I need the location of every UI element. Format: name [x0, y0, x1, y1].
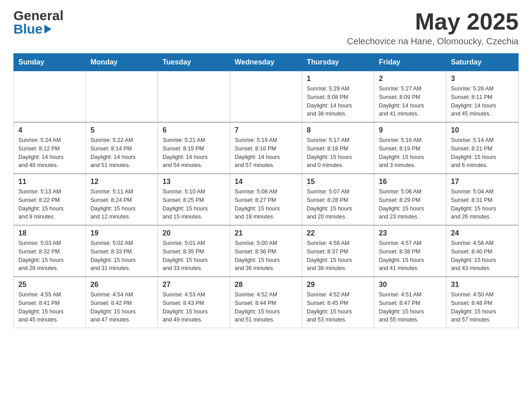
day-info: Sunrise: 5:04 AM Sunset: 8:31 PM Dayligh…	[451, 188, 514, 221]
weekday-header-tuesday: Tuesday	[158, 54, 230, 71]
day-number: 9	[379, 126, 442, 134]
day-info: Sunrise: 4:52 AM Sunset: 8:45 PM Dayligh…	[307, 291, 369, 324]
calendar-week-row: 11Sunrise: 5:13 AM Sunset: 8:22 PM Dayli…	[14, 174, 519, 225]
day-number: 18	[18, 229, 81, 237]
day-number: 12	[90, 178, 153, 186]
calendar-cell: 31Sunrise: 4:50 AM Sunset: 8:48 PM Dayli…	[446, 277, 519, 328]
weekday-header-monday: Monday	[86, 54, 158, 71]
calendar-cell: 4Sunrise: 5:24 AM Sunset: 8:12 PM Daylig…	[14, 122, 86, 174]
calendar-cell: 20Sunrise: 5:01 AM Sunset: 8:35 PM Dayli…	[158, 225, 230, 277]
day-info: Sunrise: 5:27 AM Sunset: 8:09 PM Dayligh…	[379, 85, 442, 118]
calendar-table: SundayMondayTuesdayWednesdayThursdayFrid…	[13, 53, 519, 328]
day-info: Sunrise: 4:57 AM Sunset: 8:38 PM Dayligh…	[379, 239, 442, 273]
day-number: 11	[18, 178, 81, 186]
day-number: 7	[235, 126, 297, 134]
logo-blue-text: Blue	[13, 22, 43, 36]
calendar-cell: 23Sunrise: 4:57 AM Sunset: 8:38 PM Dayli…	[374, 225, 446, 277]
day-number: 23	[379, 229, 442, 237]
month-title: May 2025	[347, 9, 519, 34]
day-info: Sunrise: 5:14 AM Sunset: 8:21 PM Dayligh…	[451, 136, 514, 170]
calendar-cell: 25Sunrise: 4:55 AM Sunset: 8:41 PM Dayli…	[14, 277, 86, 328]
calendar-cell: 9Sunrise: 5:16 AM Sunset: 8:19 PM Daylig…	[374, 122, 446, 174]
day-number: 27	[163, 281, 225, 289]
calendar-cell: 19Sunrise: 5:02 AM Sunset: 8:33 PM Dayli…	[86, 225, 158, 277]
weekday-header-thursday: Thursday	[302, 54, 374, 71]
calendar-week-row: 25Sunrise: 4:55 AM Sunset: 8:41 PM Dayli…	[14, 277, 519, 328]
weekday-header-sunday: Sunday	[14, 54, 86, 71]
day-info: Sunrise: 5:17 AM Sunset: 8:18 PM Dayligh…	[307, 136, 369, 170]
day-number: 30	[379, 281, 442, 289]
calendar-cell	[86, 71, 158, 123]
calendar-cell: 29Sunrise: 4:52 AM Sunset: 8:45 PM Dayli…	[302, 277, 374, 328]
title-area: May 2025 Celechovice na Hane, Olomoucky,…	[347, 9, 519, 47]
page-header: General Blue May 2025 Celechovice na Han…	[13, 9, 519, 47]
calendar-cell: 16Sunrise: 5:06 AM Sunset: 8:29 PM Dayli…	[374, 174, 446, 225]
day-number: 16	[379, 178, 442, 186]
day-number: 5	[90, 126, 153, 134]
calendar-cell: 28Sunrise: 4:52 AM Sunset: 8:44 PM Dayli…	[230, 277, 302, 328]
day-info: Sunrise: 5:24 AM Sunset: 8:12 PM Dayligh…	[18, 136, 81, 170]
day-info: Sunrise: 5:06 AM Sunset: 8:29 PM Dayligh…	[379, 188, 442, 221]
weekday-header-saturday: Saturday	[446, 54, 519, 71]
calendar-week-row: 4Sunrise: 5:24 AM Sunset: 8:12 PM Daylig…	[14, 122, 519, 174]
day-info: Sunrise: 4:55 AM Sunset: 8:41 PM Dayligh…	[18, 291, 81, 324]
day-number: 31	[451, 281, 514, 289]
calendar-cell: 13Sunrise: 5:10 AM Sunset: 8:25 PM Dayli…	[158, 174, 230, 225]
calendar-cell: 27Sunrise: 4:53 AM Sunset: 8:43 PM Dayli…	[158, 277, 230, 328]
day-number: 13	[163, 178, 225, 186]
calendar-cell	[230, 71, 302, 123]
day-info: Sunrise: 5:19 AM Sunset: 8:16 PM Dayligh…	[235, 136, 297, 170]
day-info: Sunrise: 5:26 AM Sunset: 8:11 PM Dayligh…	[451, 85, 514, 118]
calendar-cell: 14Sunrise: 5:08 AM Sunset: 8:27 PM Dayli…	[230, 174, 302, 225]
calendar-cell: 21Sunrise: 5:00 AM Sunset: 8:36 PM Dayli…	[230, 225, 302, 277]
day-number: 6	[163, 126, 225, 134]
calendar-cell: 3Sunrise: 5:26 AM Sunset: 8:11 PM Daylig…	[446, 71, 519, 123]
day-info: Sunrise: 5:07 AM Sunset: 8:28 PM Dayligh…	[307, 188, 369, 221]
day-number: 28	[235, 281, 297, 289]
calendar-header-row: SundayMondayTuesdayWednesdayThursdayFrid…	[14, 54, 519, 71]
day-info: Sunrise: 5:02 AM Sunset: 8:33 PM Dayligh…	[90, 239, 153, 273]
day-number: 20	[163, 229, 225, 237]
day-info: Sunrise: 4:56 AM Sunset: 8:40 PM Dayligh…	[451, 239, 514, 273]
day-number: 29	[307, 281, 369, 289]
calendar-cell: 1Sunrise: 5:29 AM Sunset: 8:08 PM Daylig…	[302, 71, 374, 123]
day-number: 10	[451, 126, 514, 134]
calendar-week-row: 1Sunrise: 5:29 AM Sunset: 8:08 PM Daylig…	[14, 71, 519, 123]
logo-triangle-icon	[44, 25, 51, 34]
day-info: Sunrise: 5:08 AM Sunset: 8:27 PM Dayligh…	[235, 188, 297, 221]
day-info: Sunrise: 4:51 AM Sunset: 8:47 PM Dayligh…	[379, 291, 442, 324]
day-info: Sunrise: 5:29 AM Sunset: 8:08 PM Dayligh…	[307, 85, 369, 118]
calendar-cell: 17Sunrise: 5:04 AM Sunset: 8:31 PM Dayli…	[446, 174, 519, 225]
day-info: Sunrise: 5:11 AM Sunset: 8:24 PM Dayligh…	[90, 188, 153, 221]
logo: General Blue	[13, 9, 64, 36]
calendar-cell: 7Sunrise: 5:19 AM Sunset: 8:16 PM Daylig…	[230, 122, 302, 174]
calendar-cell: 24Sunrise: 4:56 AM Sunset: 8:40 PM Dayli…	[446, 225, 519, 277]
calendar-cell: 6Sunrise: 5:21 AM Sunset: 8:15 PM Daylig…	[158, 122, 230, 174]
day-info: Sunrise: 5:16 AM Sunset: 8:19 PM Dayligh…	[379, 136, 442, 170]
calendar-cell	[158, 71, 230, 123]
calendar-cell: 5Sunrise: 5:22 AM Sunset: 8:14 PM Daylig…	[86, 122, 158, 174]
day-info: Sunrise: 4:50 AM Sunset: 8:48 PM Dayligh…	[451, 291, 514, 324]
location-text: Celechovice na Hane, Olomoucky, Czechia	[347, 36, 519, 47]
day-info: Sunrise: 5:01 AM Sunset: 8:35 PM Dayligh…	[163, 239, 225, 273]
calendar-cell: 15Sunrise: 5:07 AM Sunset: 8:28 PM Dayli…	[302, 174, 374, 225]
day-number: 8	[307, 126, 369, 134]
calendar-cell: 11Sunrise: 5:13 AM Sunset: 8:22 PM Dayli…	[14, 174, 86, 225]
day-info: Sunrise: 4:53 AM Sunset: 8:43 PM Dayligh…	[163, 291, 225, 324]
weekday-header-wednesday: Wednesday	[230, 54, 302, 71]
day-number: 2	[379, 75, 442, 83]
day-number: 25	[18, 281, 81, 289]
day-info: Sunrise: 5:10 AM Sunset: 8:25 PM Dayligh…	[163, 188, 225, 221]
calendar-cell: 18Sunrise: 5:03 AM Sunset: 8:32 PM Dayli…	[14, 225, 86, 277]
calendar-cell: 22Sunrise: 4:58 AM Sunset: 8:37 PM Dayli…	[302, 225, 374, 277]
calendar-cell: 8Sunrise: 5:17 AM Sunset: 8:18 PM Daylig…	[302, 122, 374, 174]
day-number: 3	[451, 75, 514, 83]
day-number: 1	[307, 75, 369, 83]
day-info: Sunrise: 5:00 AM Sunset: 8:36 PM Dayligh…	[235, 239, 297, 273]
day-number: 19	[90, 229, 153, 237]
day-info: Sunrise: 5:13 AM Sunset: 8:22 PM Dayligh…	[18, 188, 81, 221]
day-number: 17	[451, 178, 514, 186]
day-number: 26	[90, 281, 153, 289]
calendar-week-row: 18Sunrise: 5:03 AM Sunset: 8:32 PM Dayli…	[14, 225, 519, 277]
weekday-header-friday: Friday	[374, 54, 446, 71]
